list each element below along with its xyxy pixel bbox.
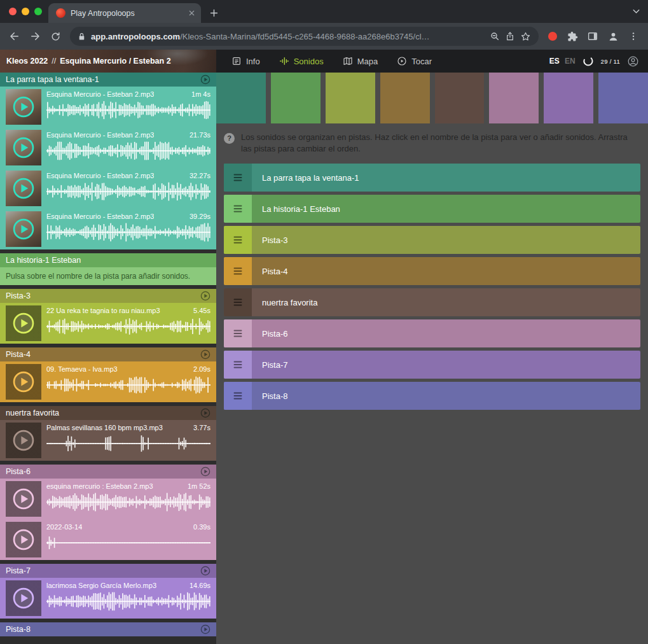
extensions-puzzle-icon[interactable] [563,27,582,46]
sidebar-track-header[interactable]: Pista-3 [0,289,216,303]
menu-dots-icon[interactable] [624,27,643,46]
track-drag-handle[interactable] [224,226,252,254]
language-es[interactable]: ES [549,57,560,66]
clip-thumbnail[interactable] [6,423,41,458]
clip-play-icon [12,370,35,393]
track-drag-handle[interactable] [224,195,252,223]
track-color-swatch-5[interactable] [435,73,485,123]
track-swatches [216,73,648,123]
clip-thumbnail[interactable] [6,171,41,206]
track-play-button[interactable] [200,624,210,634]
new-tab-button[interactable] [205,4,223,22]
track-color-swatch-7[interactable] [544,73,593,123]
lock-icon[interactable] [78,32,86,41]
back-button[interactable] [5,27,24,46]
window-minimize-button[interactable] [22,8,29,15]
track-play-button[interactable] [200,74,210,85]
track-color-swatch-8[interactable] [598,73,648,123]
sidebar-track-header[interactable]: La parra tapa la ventana-1 [0,73,216,87]
clip-thumbnail[interactable] [6,130,41,165]
language-en[interactable]: EN [565,57,576,66]
track-row-name: La historia-1 Esteban [252,195,340,223]
clip-thumbnail[interactable] [6,580,41,616]
clip-meta: Esquina Mercurio - Esteban 2.mp339.29s [46,211,210,242]
sidebar-track-header[interactable]: Pista-6 [0,465,216,479]
sidebar-track-header[interactable]: Pista-4 [0,347,216,361]
audio-clip[interactable]: Palmas sevillanas 160 bpm mp3.mp33.77s [0,420,216,461]
track-row[interactable]: La parra tapa la ventana-1 [224,164,640,192]
track-drag-handle[interactable] [224,382,252,410]
clip-thumbnail[interactable] [6,211,41,247]
track-drag-handle[interactable] [224,288,252,316]
tab-search-chevron-icon[interactable] [631,6,642,17]
track-row[interactable]: Pista-6 [224,319,640,347]
track-row[interactable]: Pista-3 [224,226,640,254]
sidebar-track-body: lacrimosa Sergio García Merlo.mp314.69s [0,578,216,619]
audio-clip[interactable]: Esquina Mercurio - Esteban 2.mp339.29s [0,209,216,249]
sidebar-track-header[interactable]: nuertra favorita [0,406,216,420]
audio-clip[interactable]: esquina mercurio : Esteban 2.mp31m 52s [0,479,216,519]
audio-clip[interactable]: Esquina Mercurio - Esteban 2.mp332.27s [0,168,216,209]
record-extension-icon[interactable] [548,32,557,41]
track-play-button[interactable] [200,291,210,301]
reload-button[interactable] [46,27,65,46]
browser-tab[interactable]: Play Antropoloops [48,3,201,23]
track-color-swatch-1[interactable] [216,73,266,123]
clip-thumbnail[interactable] [6,89,41,125]
audio-clip[interactable]: 09. Temaeva - Iva.mp32.09s [0,361,216,402]
track-drag-handle[interactable] [224,257,252,285]
track-row[interactable]: Pista-8 [224,382,640,410]
clip-duration: 21.73s [190,131,210,139]
share-icon[interactable] [505,31,515,41]
nav-info[interactable]: Info [231,56,260,66]
sidebar-track-header[interactable]: Pista-8 [0,622,216,636]
audio-clip[interactable]: 22 Ua reka te tagnia to rau niau.mp35.45… [0,303,216,344]
clip-waveform [46,141,210,161]
track-play-button[interactable] [200,349,210,360]
window-zoom-button[interactable] [34,8,42,15]
header-right: ESEN 29 / 11 [549,50,648,73]
help-text: Los sonidos se organizan en pistas. Haz … [241,132,635,155]
audio-clip[interactable]: Esquina Mercurio - Esteban 2.mp321.73s [0,127,216,168]
track-color-swatch-2[interactable] [271,73,321,123]
clip-thumbnail[interactable] [6,522,41,557]
clip-filename: 09. Temaeva - Iva.mp3 [46,365,118,373]
track-drag-handle[interactable] [224,164,252,192]
sidebar-track-header[interactable]: La historia-1 Esteban [0,253,216,267]
sidebar-track-header[interactable]: Pista-7 [0,564,216,578]
clip-waveform [46,181,210,202]
track-play-button[interactable] [200,566,210,576]
track-color-swatch-4[interactable] [380,73,430,123]
audio-clip[interactable]: 2022-03-140.39s [0,519,216,560]
address-bar[interactable]: app.antropoloops.com/Kleos-Santa-Marina/… [70,27,539,46]
clip-thumbnail[interactable] [6,481,41,517]
bookmark-star-icon[interactable] [520,31,531,42]
account-icon[interactable] [627,55,639,67]
track-play-button[interactable] [200,408,210,418]
track-drag-handle[interactable] [224,351,252,379]
profile-avatar-icon[interactable] [603,27,623,46]
clip-thumbnail[interactable] [6,364,41,400]
nav-sonidos[interactable]: Sonidos [279,56,324,66]
breadcrumb[interactable]: Kleos 2022 // Esquina Mercurio / Esteban… [0,50,216,73]
nav-tocar[interactable]: Tocar [397,56,432,66]
zoom-icon[interactable] [490,31,500,41]
track-row[interactable]: Pista-7 [224,351,640,379]
track-row[interactable]: La historia-1 Esteban [224,195,640,223]
nav-label: Sonidos [294,57,324,66]
clip-thumbnail[interactable] [6,305,41,341]
side-panel-icon[interactable] [583,27,602,46]
track-row[interactable]: Pista-4 [224,257,640,285]
track-play-button[interactable] [200,466,210,477]
forward-button[interactable] [25,27,45,46]
audio-clip[interactable]: lacrimosa Sergio García Merlo.mp314.69s [0,578,216,619]
audio-clip[interactable]: Esquina Mercurio - Esteban 2.mp31m 4s [0,87,216,127]
window-close-button[interactable] [9,8,17,15]
track-row[interactable]: nuertra favorita [224,288,640,316]
url-path: /Kleos-Santa-Marina/fd5d5445-c265-4468-9… [180,32,429,41]
nav-mapa[interactable]: Mapa [343,56,378,66]
tab-close-icon[interactable] [188,9,196,17]
track-drag-handle[interactable] [224,319,252,347]
track-color-swatch-6[interactable] [489,73,539,123]
track-color-swatch-3[interactable] [326,73,375,123]
